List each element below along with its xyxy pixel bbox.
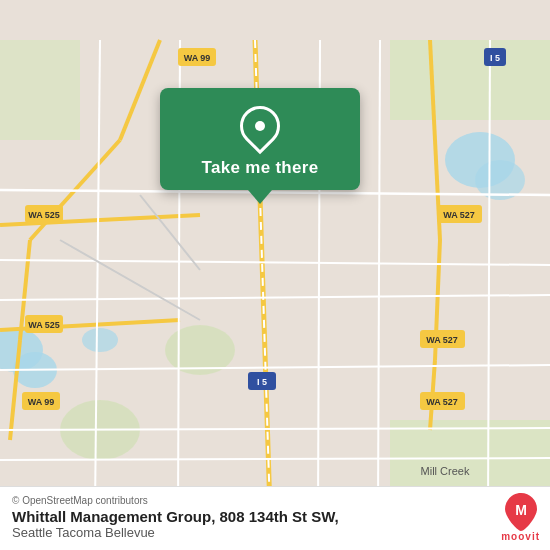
attribution-text: © OpenStreetMap contributors [12,495,538,506]
svg-text:WA 525: WA 525 [28,210,60,220]
svg-rect-7 [0,40,80,140]
svg-rect-6 [390,40,550,120]
location-subtitle: Seattle Tacoma Bellevue [12,525,538,540]
svg-text:Mill Creek: Mill Creek [421,465,470,477]
map-background: WA 525 WA 525 WA 99 WA 99 WA 527 WA 527 … [0,0,550,550]
svg-point-3 [82,328,118,352]
map-container: WA 525 WA 525 WA 99 WA 99 WA 527 WA 527 … [0,0,550,550]
svg-text:I 5: I 5 [257,377,267,387]
take-me-there-button[interactable]: Take me there [202,158,319,178]
map-card: Take me there [160,88,360,190]
bottom-bar: © OpenStreetMap contributors Whittall Ma… [0,486,550,550]
svg-text:WA 525: WA 525 [28,320,60,330]
svg-text:WA 527: WA 527 [426,335,458,345]
svg-text:WA 527: WA 527 [426,397,458,407]
location-title: Whittall Management Group, 808 134th St … [12,508,538,525]
svg-text:WA 99: WA 99 [184,53,211,63]
svg-text:WA 99: WA 99 [28,397,55,407]
location-pin-icon [232,98,289,155]
svg-text:WA 527: WA 527 [443,210,475,220]
svg-text:M: M [515,502,527,518]
moovit-icon-svg: M [505,493,537,531]
moovit-logo-icon: M moovit [501,493,540,542]
svg-text:I 5: I 5 [490,53,500,63]
moovit-label: moovit [501,531,540,542]
